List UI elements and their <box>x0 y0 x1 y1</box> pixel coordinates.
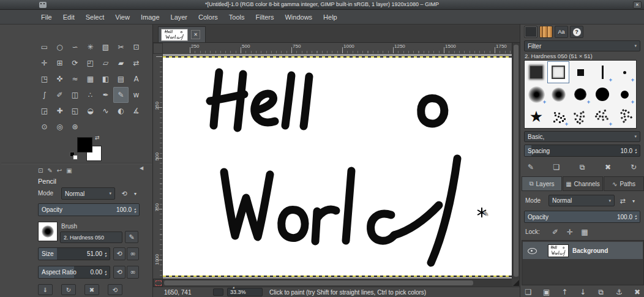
canvas-image[interactable] <box>163 56 512 277</box>
brush-acrylic-2[interactable] <box>569 105 591 127</box>
tool-scissors-select[interactable]: ✂ <box>113 39 129 55</box>
lock-alpha-icon[interactable]: ▦ <box>578 228 591 236</box>
dock-menu-icon[interactable]: ◀ <box>140 165 143 171</box>
new-group-icon[interactable]: ▣ <box>540 288 553 296</box>
aspect-ratio-slider[interactable]: Aspect Ratio 0.00 ▴▾ <box>38 266 110 279</box>
close-tab-icon[interactable]: ✕ <box>191 30 200 39</box>
menu-item[interactable]: Tools <box>223 10 250 24</box>
tool-scale[interactable]: ◰ <box>83 55 98 71</box>
tool-rotate[interactable]: ⟳ <box>67 55 83 71</box>
tool-eraser[interactable]: ◫ <box>67 87 83 103</box>
tool-free-select[interactable]: ∽ <box>67 39 83 55</box>
patterns-dialog-tab[interactable] <box>539 26 553 38</box>
tool-cage-transform[interactable]: ▦ <box>83 71 98 87</box>
menu-item[interactable]: File <box>36 10 58 24</box>
foreground-color-swatch[interactable] <box>77 137 92 152</box>
tool-fuzzy-select[interactable]: ✳ <box>83 39 98 55</box>
menu-item[interactable]: Windows <box>279 10 318 24</box>
layer-opacity-spinner[interactable]: ▴▾ <box>635 214 637 220</box>
menu-item[interactable]: Layer <box>165 10 193 24</box>
delete-preset-icon[interactable]: ✖ <box>84 284 99 295</box>
spacing-spinner[interactable]: ▴▾ <box>635 148 637 154</box>
vertical-scrollbar[interactable] <box>512 43 520 279</box>
brush-select-field[interactable]: 2. Hardness 050 <box>60 231 122 243</box>
brush-pixel-dot[interactable] <box>613 61 635 83</box>
reset-aspect-icon[interactable]: ⟲ <box>113 266 125 279</box>
save-preset-icon[interactable]: ⇓ <box>38 284 53 295</box>
brush-chalk[interactable] <box>591 105 613 127</box>
tab-channels[interactable]: ▦ Channels <box>563 176 603 191</box>
layer-visible-icon[interactable] <box>528 246 537 255</box>
tool-move[interactable]: ✛ <box>37 55 52 71</box>
opacity-spinner[interactable]: ▴▾ <box>134 207 136 213</box>
ruler-corner[interactable] <box>153 43 163 54</box>
mode-menu-icon[interactable]: ▾ <box>131 188 140 199</box>
tool-flip[interactable]: ⇄ <box>129 55 144 71</box>
tool-ink[interactable]: ✒ <box>98 87 113 103</box>
tab-paths[interactable]: ∿ Paths <box>604 176 644 191</box>
tool-measure[interactable]: ∡ <box>129 103 144 119</box>
menu-item[interactable]: Select <box>80 10 110 24</box>
brush-hardness-025[interactable] <box>525 83 547 105</box>
quick-mask-toggle[interactable] <box>153 279 163 287</box>
fonts-dialog-tab[interactable]: Aa <box>555 26 568 38</box>
tool-rectangle-select[interactable]: ▭ <box>37 39 52 55</box>
menu-item[interactable]: Colors <box>193 10 223 24</box>
opacity-slider[interactable]: Opacity 100.0 ▴▾ <box>38 203 140 216</box>
layer-opacity-slider[interactable]: Opacity 100.0 ▴▾ <box>524 211 640 223</box>
navigation-preview-button[interactable] <box>512 279 520 287</box>
tool-dodge-burn[interactable]: ◐ <box>113 103 129 119</box>
vertical-scrollbar-thumb[interactable] <box>514 45 519 277</box>
edit-brush-button[interactable]: ✎ <box>125 231 138 243</box>
spin-down-icon[interactable]: ▾ <box>134 210 136 213</box>
tool-smudge[interactable]: ∿ <box>98 103 113 119</box>
tool-perspective-clone[interactable]: ◱ <box>67 103 83 119</box>
canvas-viewport[interactable]: ✎ <box>163 54 512 279</box>
layer-mode-dropdown[interactable]: Normal ▾ <box>549 195 615 206</box>
link-brush-size-icon[interactable]: ∞ <box>127 247 139 260</box>
size-slider[interactable]: Size 51.00 ▴▾ <box>38 247 110 260</box>
title-bar[interactable]: *[Untitled]-1.0 (RGB color 8-bit gamma i… <box>0 0 644 10</box>
close-window-button[interactable]: ✕ <box>633 1 642 9</box>
menu-item[interactable]: Image <box>135 10 165 24</box>
lock-position-icon[interactable]: ✛ <box>563 228 577 236</box>
tool-select-by-color[interactable]: ▧ <box>98 39 113 55</box>
tool-warp-transform[interactable]: ≈ <box>67 71 83 87</box>
new-brush-icon[interactable]: ❏ <box>550 163 563 171</box>
size-spinner[interactable]: ▴▾ <box>105 251 107 257</box>
layer-name[interactable]: Background <box>572 247 608 254</box>
help-dialog-tab[interactable]: ? <box>570 26 583 38</box>
switch-modes-icon[interactable]: ⇄ <box>617 195 628 206</box>
raise-layer-icon[interactable]: ↑ <box>558 288 571 296</box>
tab-layers[interactable]: ⧉ Layers <box>522 176 562 191</box>
brush-star[interactable] <box>525 105 547 127</box>
reset-size-icon[interactable]: ⟲ <box>113 247 125 260</box>
tool-shear[interactable]: ▱ <box>98 55 113 71</box>
tool-blur-sharpen[interactable]: ◒ <box>83 103 98 119</box>
anchor-layer-icon[interactable]: ⚓ <box>612 288 626 296</box>
zoom-spinner[interactable]: ▴▾ <box>233 282 234 297</box>
tool-ellipse-select[interactable]: ○ <box>52 39 67 55</box>
tool-heal[interactable]: ✚ <box>52 103 67 119</box>
zoom-field[interactable]: 33.3% ▴▾ <box>227 288 263 296</box>
horizontal-ruler[interactable]: 2505007501000125015001750 <box>163 43 512 54</box>
edit-brush-icon[interactable]: ✎ <box>524 163 537 171</box>
reset-mode-icon[interactable]: ⟲ <box>119 188 130 199</box>
tool-perspective[interactable]: ▰ <box>113 55 129 71</box>
device-status-tab-icon[interactable]: ✎ <box>47 167 52 174</box>
tool-paths[interactable]: ∫ <box>37 87 52 103</box>
brush-fuzzy-square[interactable] <box>525 61 547 83</box>
tool-text[interactable]: A <box>129 71 144 87</box>
tool-crop[interactable]: ⊡ <box>129 39 144 55</box>
mode-options-icon[interactable]: ▾ <box>629 195 638 206</box>
delete-brush-icon[interactable]: ✖ <box>601 163 615 171</box>
swap-colors-icon[interactable]: ⇄ <box>95 135 100 141</box>
brush-block[interactable] <box>613 83 635 105</box>
spin-down-icon[interactable]: ▾ <box>105 273 107 276</box>
brush-soft-square[interactable] <box>547 61 569 83</box>
duplicate-layer-icon[interactable]: ⧉ <box>594 288 608 296</box>
undo-history-tab-icon[interactable]: ↩ <box>57 167 62 174</box>
brush-filter-field[interactable]: Filter ▾ <box>524 40 640 51</box>
brush-hardness-075[interactable] <box>569 83 591 105</box>
brush-charcoal[interactable] <box>613 105 635 127</box>
